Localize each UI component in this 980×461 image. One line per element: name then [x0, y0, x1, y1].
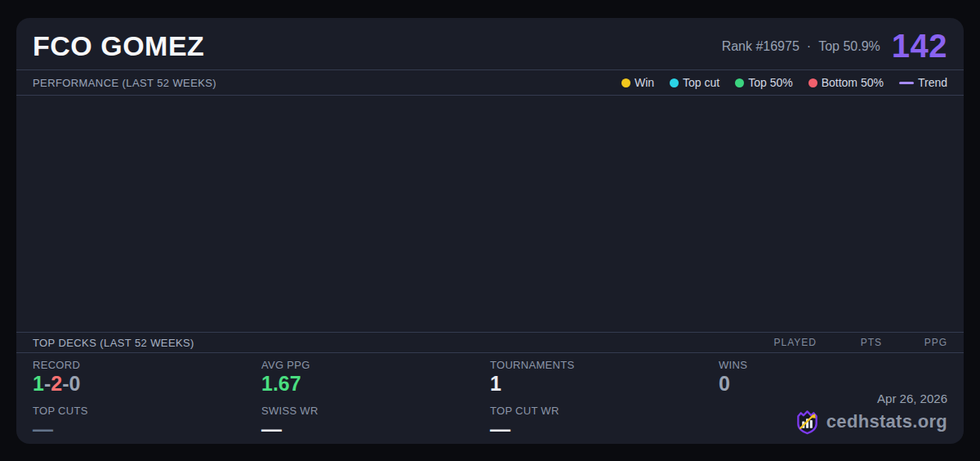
- header-right: Rank #16975 · Top 50.9% 142: [722, 28, 947, 65]
- card-header: FCO GOMEZ Rank #16975 · Top 50.9% 142: [16, 18, 964, 70]
- stat-label: TOP CUTS: [33, 405, 261, 417]
- legend-label: Trend: [918, 76, 947, 89]
- rank-text: Rank #16975: [722, 39, 800, 54]
- rank-line: Rank #16975 · Top 50.9%: [722, 39, 880, 54]
- card-footer: Apr 26, 2026 cedhstats.org: [795, 392, 947, 436]
- stats-grid: RECORD 1-2-0 AVG PPG 1.67 TOURNAMENTS 1 …: [16, 353, 964, 444]
- column-header-pts: PTS: [817, 337, 882, 348]
- column-header-ppg: PPG: [882, 337, 947, 348]
- chart-legend: Win Top cut Top 50% Bottom 50% Trend: [621, 76, 947, 89]
- stat-swiss-wr: SWISS WR —: [261, 399, 490, 445]
- record-losses: 2: [51, 372, 62, 395]
- legend-item-top-cut: Top cut: [670, 76, 719, 89]
- stat-top-cuts: TOP CUTS —: [33, 399, 261, 445]
- legend-item-bottom-50: Bottom 50%: [808, 76, 884, 89]
- bottom-50-dot-icon: [808, 78, 817, 87]
- top-decks-section-title: TOP DECKS (LAST 52 WEEKS): [33, 337, 194, 349]
- performance-section-title: PERFORMANCE (LAST 52 WEEKS): [33, 77, 216, 89]
- legend-label: Win: [635, 76, 654, 89]
- page-title: FCO GOMEZ: [33, 30, 204, 62]
- stat-record: RECORD 1-2-0: [33, 353, 261, 399]
- legend-label: Top cut: [683, 76, 719, 89]
- brand-row: cedhstats.org: [795, 408, 947, 436]
- top-percent-text: Top 50.9%: [818, 39, 880, 54]
- top-decks-header-row: TOP DECKS (LAST 52 WEEKS) PLAYED PTS PPG: [16, 333, 964, 353]
- record-draws: 0: [69, 372, 80, 395]
- win-dot-icon: [621, 78, 630, 87]
- cedhstats-logo-icon: [795, 408, 820, 436]
- top-50-dot-icon: [735, 78, 744, 87]
- stat-label: TOP CUT WR: [490, 405, 719, 417]
- tournaments-value: 1: [490, 372, 719, 396]
- top-cuts-value: —: [33, 418, 261, 441]
- stat-label: WINS: [719, 359, 947, 371]
- trend-line-icon: [899, 82, 914, 84]
- stat-label: SWISS WR: [261, 405, 490, 417]
- swiss-wr-value: —: [261, 418, 490, 441]
- top-cut-dot-icon: [670, 78, 679, 87]
- stat-label: RECORD: [33, 359, 261, 371]
- performance-chart: [16, 96, 964, 333]
- stat-avg-ppg: AVG PPG 1.67: [261, 353, 490, 399]
- stat-label: TOURNAMENTS: [490, 359, 719, 371]
- score-value: 142: [892, 28, 947, 65]
- performance-header-row: PERFORMANCE (LAST 52 WEEKS) Win Top cut …: [16, 70, 964, 96]
- legend-item-trend: Trend: [899, 76, 947, 89]
- dot-separator: ·: [807, 39, 811, 54]
- column-header-played: PLAYED: [751, 337, 817, 348]
- top-cut-wr-value: —: [490, 418, 719, 441]
- legend-item-win: Win: [621, 76, 654, 89]
- legend-label: Top 50%: [748, 76, 792, 89]
- stat-top-cut-wr: TOP CUT WR —: [490, 399, 719, 445]
- record-separator: -: [44, 372, 51, 395]
- record-value: 1-2-0: [33, 372, 261, 396]
- legend-label: Bottom 50%: [822, 76, 884, 89]
- date-text: Apr 26, 2026: [795, 392, 947, 405]
- stat-label: AVG PPG: [261, 359, 490, 371]
- stat-tournaments: TOURNAMENTS 1: [490, 353, 719, 399]
- avg-ppg-value: 1.67: [261, 372, 490, 396]
- brand-text: cedhstats.org: [826, 411, 947, 432]
- record-wins: 1: [33, 372, 44, 395]
- player-stats-card: FCO GOMEZ Rank #16975 · Top 50.9% 142 PE…: [16, 18, 964, 444]
- top-decks-column-headers: PLAYED PTS PPG: [751, 337, 947, 348]
- legend-item-top-50: Top 50%: [735, 76, 792, 89]
